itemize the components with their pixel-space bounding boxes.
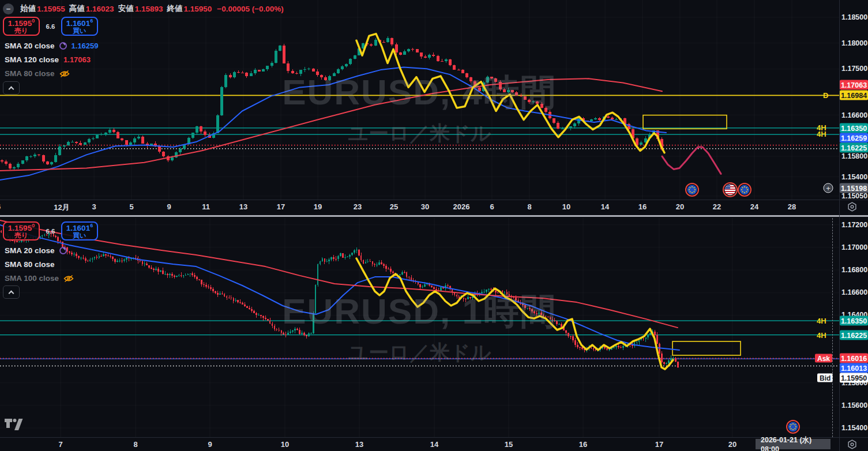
time-axis-label: 19 — [314, 202, 322, 211]
time-axis-label: 30 — [421, 202, 429, 211]
time-axis-label: 14 — [601, 202, 609, 211]
projection-drawing — [662, 147, 721, 174]
time-axis-label: 24 — [750, 202, 758, 211]
price-badge-1.16016: 1.16016 — [840, 354, 868, 363]
price-axis-settings-gear-1h[interactable] — [847, 439, 857, 451]
legend-sma20-4h[interactable]: SMA 20 close 1.16259 — [5, 42, 99, 50]
axis-marker-4h: 4H — [817, 317, 826, 325]
close-label: 終値 — [167, 3, 182, 14]
legend-sma80-1h[interactable]: SMA 80 close — [5, 260, 55, 269]
price-badge-1.15198: 1.15198 — [840, 183, 868, 193]
time-axis-label: 2026 — [453, 202, 470, 211]
price-axis-label: 1.15400 — [841, 173, 867, 181]
buy-price: 1.1601 — [66, 18, 90, 27]
sell-label: 売り — [14, 232, 28, 239]
high-label: 高値 — [69, 3, 85, 14]
time-axis-label: 12月 — [54, 202, 69, 213]
buy-button[interactable]: 1.16016 買い — [61, 221, 98, 240]
legend-sma100-1h[interactable]: SMA 100 close — [5, 274, 74, 283]
price-badge-1.16350: 1.16350 — [840, 316, 868, 326]
current-bar-dashed-line — [832, 218, 833, 437]
time-axis-border-4h — [0, 200, 868, 200]
price-badge-1.16225: 1.16225 — [840, 143, 868, 153]
us-flag-icon[interactable] — [723, 182, 738, 200]
sell-price: 1.1595 — [8, 18, 32, 27]
legend-value: 1.17063 — [63, 55, 91, 64]
time-axis-label: 13 — [355, 440, 363, 449]
axis-marker-ask: Ask — [815, 354, 832, 363]
candles — [1, 36, 664, 170]
eu-flag-icon[interactable] — [685, 183, 699, 199]
time-axis-label: 16 — [579, 440, 587, 449]
open-value: 1.15955 — [37, 5, 65, 13]
pane-separator[interactable] — [0, 215, 868, 217]
price-axis-settings-gear-4h[interactable] — [847, 202, 857, 214]
price-axis-label: 1.16600 — [841, 111, 867, 119]
price-axis-label: 1.18500 — [841, 13, 867, 21]
price-badge-1.16225: 1.16225 — [840, 330, 868, 340]
time-axis-label: 10 — [281, 440, 289, 449]
sell-price-sup: 0 — [32, 223, 35, 228]
trading-chart-app: EURUSD, 4時間 ユーロ／米ドル − 始値 1.15955 高値 1.16… — [0, 0, 868, 451]
price-axis-label: 1.16600 — [841, 288, 867, 296]
low-value: 1.15893 — [135, 5, 163, 13]
minimize-icon[interactable]: − — [3, 3, 14, 14]
collapse-legend-button-4h[interactable] — [3, 81, 20, 95]
legend-sma80-4h[interactable]: SMA 80 close — [5, 69, 70, 78]
time-axis-label: 7 — [58, 440, 62, 449]
time-axis-label: 26 — [0, 202, 1, 211]
yellow-drawing — [356, 34, 664, 153]
time-axis-label: 16 — [638, 202, 647, 211]
price-chart-4時間[interactable] — [0, 0, 839, 200]
time-axis-label: 22 — [713, 202, 721, 211]
price-axis-label: 1.15800 — [841, 152, 867, 160]
time-axis-label: 8 — [527, 202, 531, 211]
buy-price-sup: 6 — [90, 223, 93, 228]
time-axis-label: 6 — [490, 202, 494, 211]
sync-icon — [59, 42, 67, 50]
time-axis-label: 25 — [390, 202, 398, 211]
axis-marker-4h: 4H — [817, 332, 826, 339]
series-sma-20-close — [0, 225, 679, 350]
price-axis-label: 1.17500 — [841, 65, 867, 73]
spread-value: 6.6 — [40, 23, 61, 30]
price-chart-1時間[interactable] — [0, 218, 839, 437]
legend-label: SMA 20 close — [5, 42, 55, 50]
time-axis-label: 11 — [202, 202, 210, 211]
price-axis-label: 1.15400 — [841, 424, 867, 432]
sell-button[interactable]: 1.15950 売り — [3, 17, 40, 36]
time-axis-label: 5 — [129, 202, 133, 211]
eye-off-icon[interactable] — [59, 70, 70, 78]
time-axis-label: 8 — [133, 440, 137, 449]
price-badge-1.16984: 1.16984 — [840, 91, 868, 100]
add-alert-plus-button[interactable]: + — [824, 183, 833, 193]
price-badge-1.17063: 1.17063 — [840, 80, 868, 90]
eu-flag-icon[interactable] — [786, 420, 800, 436]
time-axis-label: 13 — [239, 202, 247, 211]
axis-marker-d: D — [823, 92, 828, 99]
collapse-legend-button-1h[interactable] — [3, 285, 20, 299]
time-axis-label: 10 — [562, 202, 570, 211]
buy-label: 買い — [73, 27, 86, 34]
axis-marker-4h: 4H — [817, 130, 826, 138]
buy-button[interactable]: 1.16016 買い — [61, 17, 98, 36]
time-axis-label: 17 — [655, 440, 663, 449]
legend-label: SMA 80 close — [5, 69, 55, 78]
time-axis-label: 17 — [277, 202, 285, 211]
tradingview-logo[interactable] — [5, 419, 23, 433]
sell-price: 1.1595 — [8, 223, 32, 232]
spread-value: 6.6 — [40, 228, 61, 235]
eye-off-icon[interactable] — [63, 275, 74, 283]
buy-label: 買い — [73, 232, 86, 239]
change-value: −0.00005 (−0.00%) — [217, 5, 284, 13]
price-axis-border — [839, 0, 840, 451]
time-axis-label: 14 — [430, 440, 438, 449]
sell-button[interactable]: 1.15950 売り — [3, 221, 40, 240]
time-axis-label: 28 — [788, 202, 796, 211]
legend-label: SMA 80 close — [5, 260, 55, 269]
eu-flag-icon[interactable] — [738, 183, 751, 199]
price-axis-label: 1.17000 — [841, 243, 867, 251]
legend-sma20-1h[interactable]: SMA 20 close — [5, 246, 67, 255]
legend-sma120-4h[interactable]: SMA 120 close 1.17063 — [5, 55, 91, 64]
time-axis-label: 20 — [676, 202, 684, 211]
